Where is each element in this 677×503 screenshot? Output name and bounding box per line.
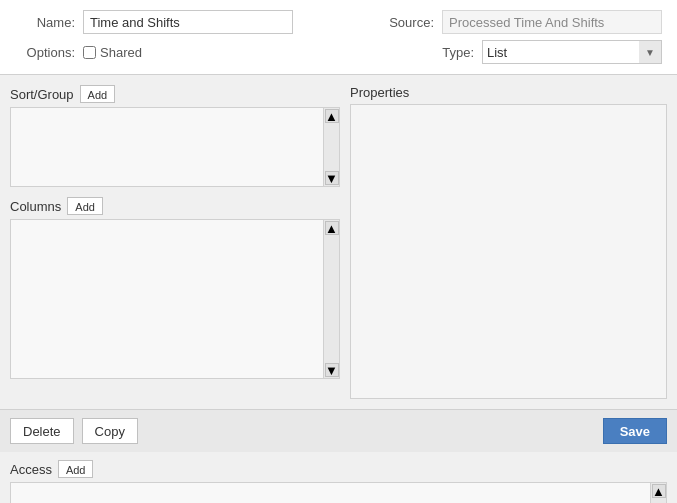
access-area: Access Add ▲ ▼	[0, 452, 677, 503]
name-input[interactable]	[83, 10, 293, 34]
sort-group-title: Sort/Group	[10, 87, 74, 102]
access-header: Access Add	[10, 460, 667, 478]
right-panel: Properties	[350, 85, 667, 399]
source-group: Source:	[384, 10, 662, 34]
type-label: Type:	[424, 45, 474, 60]
sort-group-add-button[interactable]: Add	[80, 85, 116, 103]
name-label: Name:	[15, 15, 75, 30]
type-select-wrapper[interactable]: List Detail Summary	[482, 40, 662, 64]
scroll-up-icon: ▲	[325, 109, 338, 124]
columns-add-button[interactable]: Add	[67, 197, 103, 215]
access-scrollbar: ▲ ▼	[650, 483, 666, 503]
shared-checkbox-label[interactable]: Shared	[83, 45, 142, 60]
top-form: Name: Source: Options: Shared Type: List…	[0, 0, 677, 75]
columns-scroll-down-icon: ▼	[325, 363, 338, 378]
content-area: Sort/Group Add ▲ ▼ Columns Add	[0, 75, 677, 409]
copy-button[interactable]: Copy	[82, 418, 138, 444]
columns-title: Columns	[10, 199, 61, 214]
save-button[interactable]: Save	[603, 418, 667, 444]
source-label: Source:	[384, 15, 434, 30]
sort-group-scroll-up[interactable]: ▲	[325, 109, 339, 123]
sort-group-scrollbar: ▲ ▼	[323, 108, 339, 186]
main-container: Name: Source: Options: Shared Type: List…	[0, 0, 677, 503]
bottom-toolbar: Delete Copy Save	[0, 409, 677, 452]
access-title: Access	[10, 462, 52, 477]
columns-section: Columns Add ▲ ▼	[10, 197, 340, 379]
columns-scroll-down[interactable]: ▼	[325, 363, 339, 377]
type-group: Type: List Detail Summary	[424, 40, 662, 64]
left-panel: Sort/Group Add ▲ ▼ Columns Add	[10, 85, 340, 399]
access-scroll-up-icon: ▲	[652, 484, 665, 499]
columns-scroll-up[interactable]: ▲	[325, 221, 339, 235]
options-label: Options:	[15, 45, 75, 60]
columns-box: ▲ ▼	[10, 219, 340, 379]
access-scroll-up[interactable]: ▲	[652, 484, 666, 498]
shared-label: Shared	[100, 45, 142, 60]
type-select[interactable]: List Detail Summary	[482, 40, 662, 64]
columns-scrollbar: ▲ ▼	[323, 220, 339, 378]
name-row: Name: Source:	[15, 10, 662, 34]
options-row: Options: Shared Type: List Detail Summar…	[15, 40, 662, 64]
source-input	[442, 10, 662, 34]
sort-group-header: Sort/Group Add	[10, 85, 340, 103]
scroll-down-icon: ▼	[325, 171, 338, 186]
sort-group-scroll-down[interactable]: ▼	[325, 171, 339, 185]
delete-button[interactable]: Delete	[10, 418, 74, 444]
columns-scroll-up-icon: ▲	[325, 221, 338, 236]
access-box: ▲ ▼	[10, 482, 667, 503]
columns-header: Columns Add	[10, 197, 340, 215]
sort-group-box: ▲ ▼	[10, 107, 340, 187]
shared-checkbox[interactable]	[83, 46, 96, 59]
access-add-button[interactable]: Add	[58, 460, 94, 478]
properties-title: Properties	[350, 85, 409, 100]
properties-box	[350, 104, 667, 399]
